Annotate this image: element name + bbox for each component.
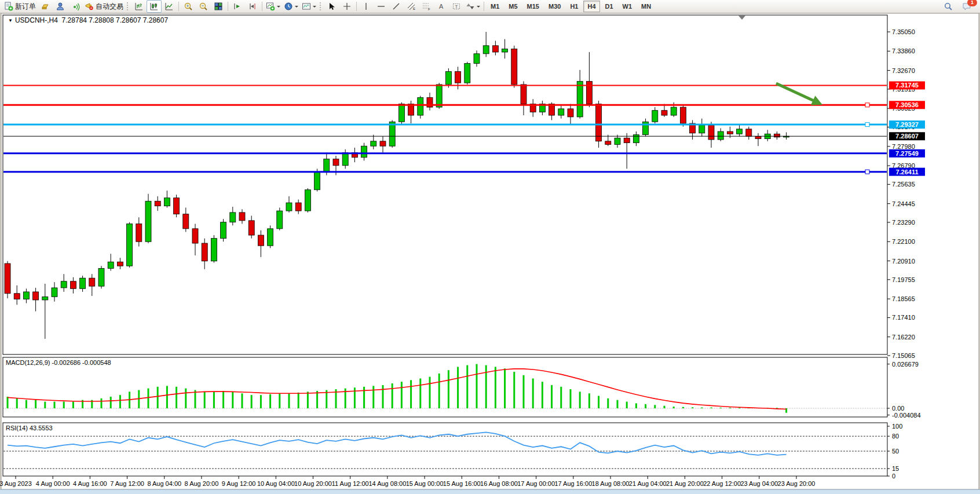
cursor-button[interactable]: [324, 0, 339, 13]
notifications-button[interactable]: 1: [959, 0, 974, 13]
periods-button[interactable]: [282, 0, 300, 13]
notification-badge: 1: [967, 0, 977, 6]
timeframe-m5[interactable]: M5: [504, 1, 521, 12]
template-icon: [302, 2, 311, 11]
chart-shift-icon: [248, 2, 257, 11]
chart-title: ▼USDCNH-,H4 7.28784 7.28808 7.28607 7.28…: [8, 16, 168, 24]
text-label-button[interactable]: T: [449, 0, 464, 13]
svg-text:4 Aug 00:00: 4 Aug 00:00: [36, 480, 70, 487]
svg-text:0.00: 0.00: [892, 405, 904, 412]
zoom-in-button[interactable]: [181, 0, 196, 13]
svg-text:7.27980: 7.27980: [892, 143, 915, 150]
text-button[interactable]: A: [434, 0, 449, 13]
svg-text:11 Aug 12:00: 11 Aug 12:00: [332, 480, 369, 487]
templates-button[interactable]: [300, 0, 318, 13]
svg-text:7.25635: 7.25635: [892, 181, 915, 188]
gold-bar-icon: [41, 2, 50, 11]
signals-button[interactable]: [68, 0, 83, 13]
svg-text:7.32670: 7.32670: [892, 67, 915, 74]
search-button[interactable]: [941, 0, 956, 13]
svg-text:7.24445: 7.24445: [892, 200, 915, 207]
autotrade-button[interactable]: 自动交易: [83, 0, 125, 13]
market-watch-button[interactable]: [38, 0, 53, 13]
trendline-icon: [392, 2, 401, 11]
svg-text:21 Aug 04:00: 21 Aug 04:00: [629, 480, 667, 487]
chevron-down-icon: [277, 6, 280, 9]
timeframe-h1[interactable]: H1: [566, 1, 582, 12]
svg-text:7.31745: 7.31745: [895, 82, 919, 89]
bar-chart-icon: [134, 2, 144, 11]
crosshair-button[interactable]: [339, 0, 354, 13]
zoom-out-icon: [199, 2, 208, 11]
timeframe-d1[interactable]: D1: [601, 1, 617, 12]
bottom-strip: [0, 489, 980, 494]
zoom-in-icon: [184, 2, 193, 11]
autotrade-icon: [85, 2, 94, 11]
svg-text:7 Aug 12:00: 7 Aug 12:00: [110, 480, 144, 487]
fibonacci-button[interactable]: F: [419, 0, 434, 13]
new-order-button[interactable]: 新订单: [2, 0, 38, 13]
chart-ohlc-values: 7.28784 7.28808 7.28607 7.28607: [62, 16, 169, 24]
svg-text:17 Aug 16:00: 17 Aug 16:00: [554, 480, 592, 487]
chart-symbol: USDCNH-,H4: [15, 16, 58, 24]
svg-text:-0.004084: -0.004084: [892, 412, 921, 419]
new-order-label: 新订单: [15, 2, 36, 12]
horizontal-line-icon: [376, 2, 386, 11]
line-chart-button[interactable]: [162, 0, 177, 13]
indicators-button[interactable]: [264, 0, 282, 13]
svg-text:A: A: [439, 3, 444, 10]
svg-text:7.30536: 7.30536: [895, 101, 919, 108]
signal-icon: [71, 2, 80, 11]
svg-text:7.17410: 7.17410: [892, 314, 915, 321]
candlestick-chart-button[interactable]: [147, 0, 162, 13]
chevron-down-icon: [295, 6, 298, 9]
bar-chart-button[interactable]: [131, 0, 147, 13]
svg-text:F: F: [428, 8, 430, 11]
svg-text:23 Aug 20:00: 23 Aug 20:00: [778, 480, 816, 487]
svg-text:10 Aug 04:00: 10 Aug 04:00: [257, 480, 295, 487]
svg-text:7.19755: 7.19755: [892, 276, 915, 283]
svg-text:17 Aug 00:00: 17 Aug 00:00: [517, 480, 555, 487]
timeframe-mn[interactable]: MN: [637, 1, 655, 12]
text-icon: A: [437, 2, 446, 11]
svg-text:E: E: [413, 7, 415, 10]
tile-windows-button[interactable]: [211, 0, 226, 13]
tile-windows-icon: [214, 2, 223, 11]
text-label-icon: T: [452, 2, 461, 11]
svg-text:15: 15: [892, 465, 899, 472]
chart-shift-button[interactable]: [245, 0, 260, 13]
svg-text:7.26411: 7.26411: [895, 169, 918, 175]
svg-text:50: 50: [892, 448, 899, 455]
svg-text:21 Aug 20:00: 21 Aug 20:00: [666, 480, 704, 487]
svg-text:23 Aug 04:00: 23 Aug 04:00: [740, 480, 778, 487]
zoom-out-button[interactable]: [196, 0, 211, 13]
timeframe-m1[interactable]: M1: [487, 1, 503, 12]
svg-text:7.28607: 7.28607: [895, 133, 919, 140]
timeframe-m30[interactable]: M30: [544, 1, 565, 12]
svg-text:7.20910: 7.20910: [892, 258, 915, 265]
equidistant-channel-button[interactable]: E: [404, 0, 419, 13]
symbol-dropdown-icon[interactable]: ▼: [8, 18, 13, 23]
auto-scroll-button[interactable]: [230, 0, 245, 13]
svg-text:7.16220: 7.16220: [892, 334, 915, 341]
auto-scroll-icon: [233, 2, 242, 11]
profile-button[interactable]: [53, 0, 68, 13]
timeframe-w1[interactable]: W1: [619, 1, 637, 12]
horizontal-line-button[interactable]: [374, 0, 389, 13]
svg-text:T: T: [455, 4, 458, 9]
svg-text:0.026679: 0.026679: [892, 361, 919, 368]
chart-canvas[interactable]: 7.350507.338607.326707.315157.303257.291…: [0, 0, 980, 494]
candlestick-chart-icon: [149, 2, 159, 11]
timeframe-h4[interactable]: H4: [583, 1, 599, 12]
vertical-line-button[interactable]: [359, 0, 374, 13]
svg-text:7.27549: 7.27549: [895, 150, 919, 157]
shapes-button[interactable]: [464, 0, 482, 13]
search-icon: [944, 2, 953, 11]
fibonacci-icon: F: [422, 2, 431, 11]
svg-text:14 Aug 08:00: 14 Aug 08:00: [368, 480, 406, 487]
svg-text:7.22100: 7.22100: [892, 238, 915, 245]
chevron-down-icon: [477, 6, 480, 9]
timeframe-m15[interactable]: M15: [523, 1, 543, 12]
trendline-button[interactable]: [389, 0, 404, 13]
svg-text:3 Aug 2023: 3 Aug 2023: [0, 480, 32, 487]
